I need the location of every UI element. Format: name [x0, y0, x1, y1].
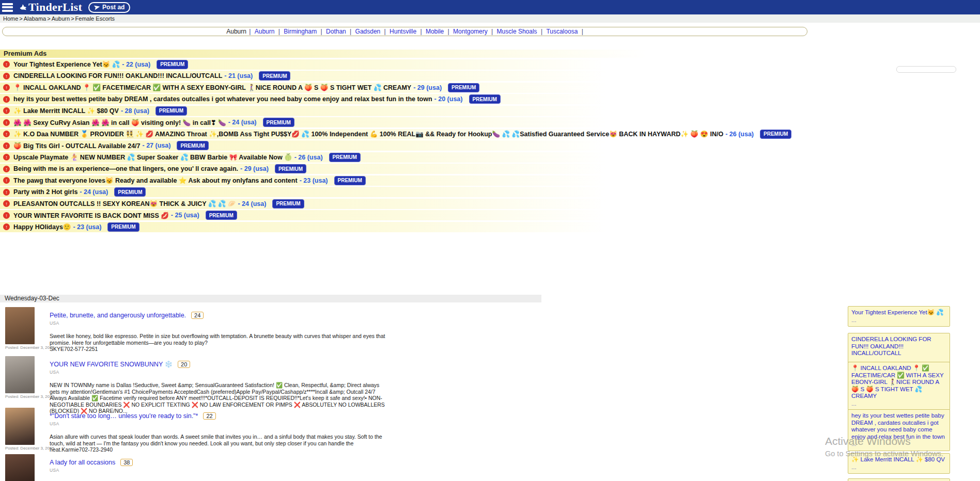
premium-ad-age: - 25 (usa)	[171, 212, 199, 219]
premium-ad-title-link[interactable]: ✨ Lake Merritt INCALL ✨ $80 QV	[13, 107, 119, 115]
breadcrumb-separator: >	[19, 15, 22, 22]
city-link-auburn[interactable]: Auburn	[255, 28, 275, 35]
sidebar-premium-link[interactable]: ✨ Lake Merritt INCALL ✨ $80 QV	[851, 456, 946, 463]
listing-photo-thumbnail[interactable]	[5, 356, 35, 393]
upvote-icon: ↑	[3, 189, 10, 196]
premium-ad-title-link[interactable]: ✨ K.O Daa NUMBER 🥇 PROVIDER 👯 ✨ 💋 AMAZIN…	[13, 130, 723, 138]
listing-country: USA	[50, 320, 548, 326]
breadcrumb-item-home[interactable]: Home	[3, 15, 18, 22]
listings-section: Posted: December 3, 2025Petite, brunette…	[0, 304, 548, 481]
sidebar-premium-box: hey its your best wettes petite baby DRE…	[848, 409, 950, 451]
post-ad-button[interactable]: Post ad	[88, 2, 130, 13]
premium-ad-row: ↑PLEASANTON OUTCALLS !! SEXY KOREAN😻 THI…	[0, 199, 808, 209]
premium-ad-title-link[interactable]: Your Tightest Experience Yet😼 💦	[13, 60, 120, 68]
breadcrumb-item-female-escorts[interactable]: Female Escorts	[75, 15, 115, 22]
listing-phone: SKYE702-577-2251	[50, 346, 548, 352]
upvote-icon: ↑	[3, 200, 10, 207]
breadcrumb-item-alabama[interactable]: Alabama	[24, 15, 46, 22]
upvote-icon: ↑	[3, 166, 10, 172]
premium-ad-title-link[interactable]: The pawg that everyone loves😼 Ready and …	[13, 177, 298, 184]
listing-photo-thumbnail[interactable]	[5, 408, 35, 445]
city-separator: |	[276, 28, 282, 35]
city-separator: |	[382, 28, 387, 35]
breadcrumb-item-auburn[interactable]: Auburn	[52, 15, 70, 22]
premium-ad-row: ↑hey its your best wettes petite baby DR…	[0, 94, 808, 104]
sidebar-premium-link[interactable]: hey its your best wettes petite baby DRE…	[851, 412, 946, 440]
premium-ad-age: - 24 (usa)	[228, 119, 257, 126]
listing-posted-date: Posted: December 3, 2025	[5, 394, 54, 399]
listing-country: USA	[50, 421, 548, 426]
hamburger-menu-icon[interactable]	[2, 2, 13, 13]
city-link-tuscaloosa[interactable]: Tuscaloosa	[546, 28, 578, 35]
upvote-icon: ↑	[3, 212, 10, 219]
city-link-mobile[interactable]: Mobile	[426, 28, 444, 35]
premium-ad-title-link[interactable]: YOUR WINTER FAVORITE IS BACK DONT MISS 💋	[13, 212, 169, 219]
listing-title-link[interactable]: *"Don't stare too long… unless you're re…	[50, 412, 198, 420]
listing-photo-thumbnail[interactable]	[5, 454, 35, 481]
premium-ad-title-link[interactable]: PLEASANTON OUTCALLS !! SEXY KOREAN😻 THIC…	[13, 200, 236, 207]
sidebar-premium-box: 🌺 🌺 Sexy CuRvy Asian 🌺 🌺 in call 🍑 visit…	[848, 478, 950, 481]
upvote-icon: ↑	[3, 142, 10, 149]
city-link-montgomery[interactable]: Montgomery	[453, 28, 488, 35]
listing-item: Posted: December 3, 2025Petite, brunette…	[0, 304, 548, 352]
premium-ad-row: ↑Being with me is an experience—one that…	[0, 164, 808, 174]
city-current: Auburn	[226, 28, 246, 35]
site-logo[interactable]: TinderList	[19, 1, 82, 14]
listing-country: USA	[50, 370, 548, 375]
listing-title-row: Petite, brunette, and dangerously unforg…	[50, 310, 548, 319]
premium-badge: PREMIUM	[329, 153, 361, 162]
sidebar-ellipsis: ...	[851, 441, 946, 448]
sidebar-premium-link[interactable]: 📍 INCALL OAKLAND 📍 ✅ FACETIME/CAR ✅ WITH…	[851, 365, 946, 400]
empty-ad-placeholder-box	[896, 66, 956, 73]
premium-ad-age: - 24 (usa)	[238, 200, 266, 207]
premium-ad-age: - 26 (usa)	[294, 154, 323, 161]
listing-body: *"Don't stare too long… unless you're re…	[50, 405, 548, 453]
city-separator: |	[247, 28, 253, 35]
sidebar-premium-link[interactable]: Your Tightest Experience Yet😼 💦	[851, 309, 946, 316]
sidebar-premium-link[interactable]: CINDERELLA LOOKING FOR FUN!!! OAKLAND!!!…	[851, 336, 946, 357]
sidebar-ellipsis: ...	[851, 464, 946, 471]
premium-ad-title-link[interactable]: Happy HOlidays🙂	[13, 223, 71, 231]
premium-ad-row: ↑Party with 2 Hot girls - 24 (usa)PREMIU…	[0, 187, 808, 197]
premium-ad-age: - 22 (usa)	[122, 61, 150, 68]
listing-photo-thumbnail[interactable]	[5, 307, 35, 344]
city-link-dothan[interactable]: Dothan	[326, 28, 346, 35]
listing-posted-date: Posted: December 3, 2025	[5, 345, 54, 350]
listing-posted-date: Posted: December 3, 2025	[5, 446, 54, 451]
listing-title-link[interactable]: A lady for all occasions	[50, 459, 115, 466]
premium-badge: PREMIUM	[275, 164, 306, 173]
premium-ad-row: ↑🌺 🌺 Sexy CuRvy Asian 🌺 🌺 in call 🍑 visi…	[0, 117, 808, 127]
premium-ad-title-link[interactable]: Upscale Playmate 🧜‍♀️ NEW NUMBER 💦 Super…	[13, 153, 292, 161]
premium-ad-title-link[interactable]: 🍑 Big Tits Girl - OUTCALL Available 24/7	[13, 142, 141, 150]
premium-ad-title-link[interactable]: hey its your best wettes petite baby DRE…	[13, 95, 432, 103]
sidebar-ellipsis: ...	[851, 400, 946, 408]
premium-ad-title-link[interactable]: CINDERELLA LOOKING FOR FUN!!! OAKLAND!!!…	[13, 72, 222, 79]
premium-badge: PREMIUM	[157, 60, 188, 69]
city-separator: |	[446, 28, 451, 35]
premium-badge: PREMIUM	[272, 199, 304, 209]
premium-badge: PREMIUM	[107, 222, 139, 232]
upvote-icon: ↑	[3, 119, 10, 126]
upvote-icon: ↑	[3, 73, 10, 79]
listing-title-link[interactable]: YOUR NEW FAVORITE SNOWBUNNY ❄️	[50, 361, 173, 368]
premium-ad-age: - 24 (usa)	[80, 188, 108, 196]
city-link-muscle-shoals[interactable]: Muscle Shoals	[497, 28, 537, 35]
listing-item: Posted: December 3, 2025*"Don't stare to…	[0, 405, 548, 453]
premium-badge: PREMIUM	[469, 94, 501, 104]
premium-ad-row: ↑Upscale Playmate 🧜‍♀️ NEW NUMBER 💦 Supe…	[0, 152, 808, 163]
upvote-icon: ↑	[3, 131, 10, 137]
city-separator: |	[348, 28, 353, 35]
premium-ad-title-link[interactable]: 🌺 🌺 Sexy CuRvy Asian 🌺 🌺 in call 🍑 visit…	[13, 119, 226, 126]
city-separator: |	[490, 28, 495, 35]
premium-ad-title-link[interactable]: Being with me is an experience—one that …	[13, 165, 238, 172]
listing-title-link[interactable]: Petite, brunette, and dangerously unforg…	[50, 312, 186, 319]
upvote-icon: ↑	[3, 84, 10, 91]
premium-ad-title-link[interactable]: Party with 2 Hot girls	[13, 188, 77, 196]
sidebar-premium-box: 📍 INCALL OAKLAND 📍 ✅ FACETIME/CAR ✅ WITH…	[848, 362, 950, 410]
premium-ad-row: ↑Happy HOlidays🙂 - 23 (usa)PREMIUM	[0, 222, 808, 232]
premium-ad-age: - 28 (usa)	[121, 107, 149, 115]
premium-ad-title-link[interactable]: 📍 INCALL OAKLAND 📍 ✅ FACETIME/CAR ✅ WITH…	[13, 84, 411, 91]
city-link-birmingham[interactable]: Birmingham	[284, 28, 317, 35]
city-link-gadsden[interactable]: Gadsden	[355, 28, 381, 35]
city-link-huntsville[interactable]: Huntsville	[390, 28, 416, 35]
